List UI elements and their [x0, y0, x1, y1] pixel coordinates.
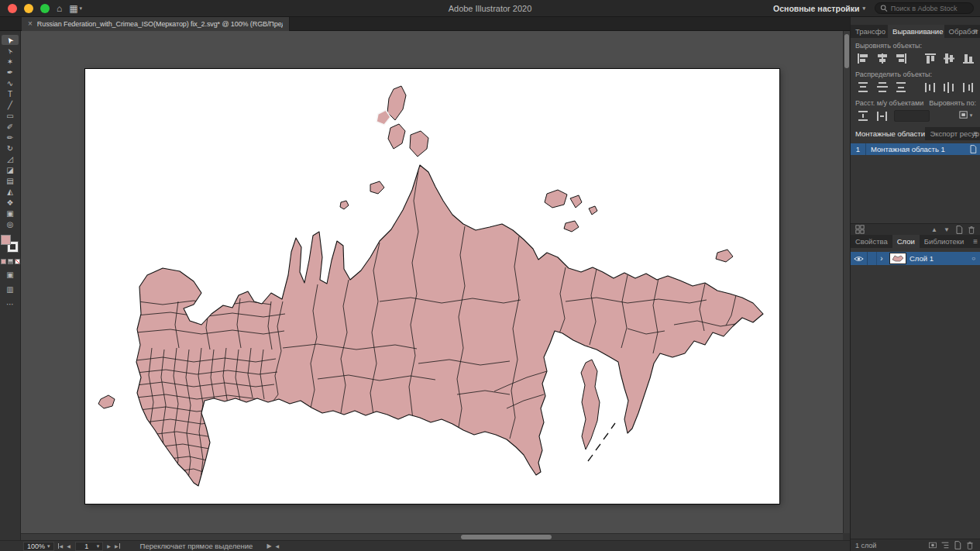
close-window-button[interactable] [8, 4, 17, 13]
status-play-icon[interactable]: ▶ [266, 542, 271, 549]
tab-align[interactable]: Выравнивание [888, 25, 944, 38]
align-horizontal-center-icon [876, 53, 889, 64]
blend-tool[interactable]: ❖ [2, 198, 19, 208]
close-tab-icon[interactable]: × [28, 20, 33, 28]
artboard-number-input[interactable] [79, 542, 95, 550]
line-segment-tool[interactable]: ╱ [2, 100, 19, 110]
horizontal-scrollbar-thumb[interactable] [461, 535, 552, 539]
pencil-tool[interactable]: ✏ [2, 133, 19, 143]
tab-artboards[interactable]: Монтажные области [851, 127, 925, 140]
last-artboard-button[interactable]: ▶ [115, 543, 120, 549]
layer-row[interactable]: › Слой 1 ○ [851, 252, 980, 265]
zoom-tool[interactable]: ◎ [2, 219, 19, 229]
gradient-tool[interactable]: ▤ [2, 176, 19, 186]
artboard-tool[interactable]: ▣ [2, 208, 19, 219]
pen-tool[interactable]: ✒ [2, 67, 19, 77]
distribute-right-button[interactable] [961, 81, 976, 93]
vertical-scrollbar[interactable] [843, 31, 850, 540]
distribute-top-icon [857, 81, 869, 93]
rearrange-artboards-button[interactable] [854, 224, 866, 235]
distribute-vertical-center-button[interactable] [875, 81, 890, 93]
previous-artboard-button[interactable]: ◀ [67, 543, 70, 549]
align-left-button[interactable] [855, 52, 871, 64]
next-artboard-button[interactable]: ▶ [107, 543, 111, 549]
zoom-window-button[interactable] [40, 4, 50, 13]
make-clipping-mask-button[interactable] [927, 540, 939, 551]
layer-thumbnail[interactable] [890, 253, 906, 263]
paintbrush-tool[interactable]: ✐ [2, 122, 19, 132]
distribute-left-button[interactable] [923, 81, 938, 93]
distribute-top-button[interactable] [855, 81, 871, 93]
edit-toolbar-button[interactable]: ⋯ [6, 301, 14, 308]
artboard-page-icon[interactable] [968, 144, 978, 154]
tab-asset-export[interactable]: Экспорт ресур [925, 127, 980, 140]
scale-tool[interactable]: ◿ [2, 154, 19, 164]
zoom-level-dropdown[interactable]: 100% ▾ [23, 542, 54, 551]
panel-menu-icon[interactable]: ≡ [973, 129, 978, 138]
rectangle-tool[interactable]: ▭ [2, 111, 19, 121]
home-button[interactable]: ⌂ [57, 4, 62, 13]
tab-libraries[interactable]: Библиотеки [920, 235, 968, 248]
draw-mode-button[interactable]: ▣ [6, 271, 13, 279]
delete-artboard-button[interactable] [965, 224, 978, 235]
align-vertical-center-button[interactable] [942, 52, 958, 64]
artboard[interactable] [85, 69, 779, 504]
distribute-bottom-button[interactable] [893, 81, 909, 93]
delete-layer-button[interactable] [964, 540, 976, 551]
workspace-switcher[interactable]: Основные настройки ▾ [773, 4, 865, 13]
document-tab[interactable]: × Russian Federation_with_Crimea_ISO(Мер… [22, 17, 290, 31]
move-artboard-up-button[interactable]: ▲ [928, 224, 940, 235]
rotate-tool[interactable]: ↻ [2, 143, 19, 153]
none-button[interactable] [15, 259, 20, 264]
panel-menu-icon[interactable]: ≡ [973, 27, 978, 36]
type-tool[interactable]: T [2, 89, 19, 99]
russia-map[interactable] [98, 86, 763, 486]
spacing-value-field[interactable] [894, 110, 930, 122]
search-input[interactable] [891, 5, 968, 12]
panel-menu-icon[interactable]: ≡ [973, 237, 978, 246]
magic-wand-tool[interactable]: ✶ [2, 57, 19, 67]
artboard-name[interactable]: Монтажная область 1 [866, 145, 968, 153]
russia-map-artwork[interactable] [85, 69, 779, 504]
eyedropper-tool[interactable]: ◭ [2, 187, 19, 197]
fill-swatch[interactable] [1, 235, 11, 245]
artboard-navigation[interactable]: ▾ [75, 542, 104, 551]
eraser-tool[interactable]: ◪ [2, 165, 19, 175]
layer-expand-icon[interactable]: › [877, 254, 886, 263]
tab-properties[interactable]: Свойства [851, 235, 892, 248]
align-bottom-button[interactable] [961, 52, 976, 64]
align-right-button[interactable] [893, 52, 909, 64]
canvas-pasteboard[interactable] [21, 31, 843, 533]
layer-target-icon[interactable]: ○ [971, 255, 975, 262]
horizontal-scrollbar[interactable] [21, 533, 843, 540]
tab-layers[interactable]: Слои [892, 235, 920, 248]
curvature-tool[interactable]: ∿ [2, 78, 19, 88]
status-back-icon[interactable]: ◀ [276, 543, 280, 549]
tab-transform[interactable]: Трансфо [851, 25, 888, 38]
distribute-horizontal-center-button[interactable] [942, 81, 958, 93]
first-artboard-button[interactable]: ◀ [58, 543, 64, 549]
gradient-button[interactable] [8, 259, 13, 264]
align-to-dropdown[interactable]: ▾ [954, 109, 976, 122]
horizontal-spacing-button[interactable] [875, 109, 890, 122]
arrange-documents-button[interactable]: ▦▾ [69, 4, 82, 13]
layer-name[interactable]: Слой 1 [910, 254, 971, 263]
direct-selection-tool[interactable]: ➢ [2, 46, 19, 56]
new-layer-button[interactable] [951, 540, 964, 551]
vertical-spacing-button[interactable] [855, 109, 871, 122]
color-button[interactable] [1, 259, 6, 264]
layer-lock-cell[interactable] [868, 252, 877, 265]
move-artboard-down-button[interactable]: ▼ [940, 224, 953, 235]
align-top-button[interactable] [923, 52, 938, 64]
align-horizontal-center-button[interactable] [875, 52, 890, 64]
vertical-scrollbar-thumb[interactable] [844, 34, 849, 68]
new-sublayer-button[interactable] [939, 540, 951, 551]
minimize-window-button[interactable] [24, 4, 33, 13]
screen-mode-button[interactable]: ▥ [6, 286, 13, 294]
artboard-row[interactable]: 1 Монтажная область 1 [851, 143, 980, 155]
stock-search[interactable] [875, 2, 974, 14]
russia-mainland[interactable] [136, 165, 763, 486]
new-artboard-button[interactable] [953, 224, 965, 235]
layer-visibility-toggle[interactable] [851, 252, 868, 265]
selection-tool[interactable]: ➤ [2, 35, 19, 45]
